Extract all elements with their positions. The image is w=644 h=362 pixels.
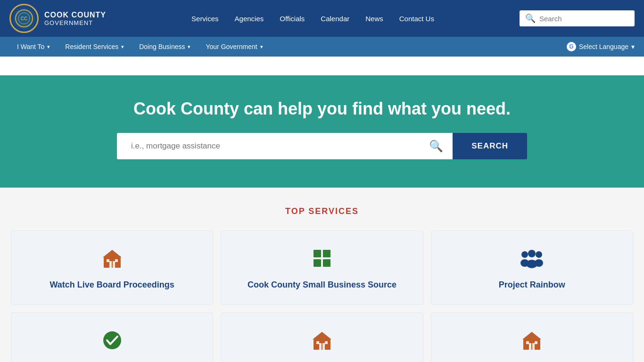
svg-marker-21 xyxy=(313,332,331,339)
search-icon: 🔍 xyxy=(525,13,536,24)
secondary-nav-i-want-to[interactable]: I Want To ▾ xyxy=(9,37,58,57)
svg-rect-5 xyxy=(109,261,112,268)
building-icon xyxy=(102,248,123,273)
svg-rect-24 xyxy=(316,341,319,344)
hero-search-button[interactable]: SEARCH xyxy=(453,133,527,159)
secondary-navigation: I Want To ▾ Resident Services ▾ Doing Bu… xyxy=(0,37,644,57)
people-group-icon xyxy=(520,248,544,273)
main-navigation: Services Agencies Officials Calendar New… xyxy=(106,11,520,26)
nav-officials[interactable]: Officials xyxy=(274,11,310,26)
checkmark-circle-icon xyxy=(102,330,123,355)
secondary-nav-resident-services[interactable]: Resident Services ▾ xyxy=(58,37,132,57)
header-search-box[interactable]: 🔍 xyxy=(520,10,635,26)
white-strip xyxy=(0,57,644,75)
top-navigation: CC COOK COUNTY GOVERNMENT Services Agenc… xyxy=(0,0,644,37)
service-card-budget[interactable]: Current Budget Information xyxy=(221,313,423,362)
hero-section: Cook County can help you find what you n… xyxy=(0,75,644,188)
svg-point-15 xyxy=(536,251,542,258)
secondary-nav-doing-business[interactable]: Doing Business ▾ xyxy=(132,37,198,57)
svg-point-14 xyxy=(528,250,536,257)
svg-point-19 xyxy=(103,331,121,349)
svg-rect-20 xyxy=(314,339,330,350)
nav-news[interactable]: News xyxy=(360,11,389,26)
service-label: Project Rainbow xyxy=(499,280,565,290)
chevron-down-icon: ▾ xyxy=(47,44,50,50)
svg-rect-26 xyxy=(523,339,540,350)
service-card-rescue-plan[interactable]: American Rescue Plan Act xyxy=(431,313,633,362)
svg-point-13 xyxy=(521,251,528,258)
svg-marker-27 xyxy=(522,332,541,339)
svg-rect-9 xyxy=(314,250,321,257)
chevron-down-icon: ▾ xyxy=(631,43,635,50)
google-icon: G xyxy=(567,42,576,51)
svg-rect-25 xyxy=(325,341,328,344)
top-services-section: TOP SERVICES Watch Live Board Proceeding… xyxy=(0,188,644,362)
svg-rect-22 xyxy=(319,343,322,350)
building-grid-icon xyxy=(312,248,332,273)
secondary-nav-your-government[interactable]: Your Government ▾ xyxy=(198,37,270,57)
google-translate-widget[interactable]: G Select Language ▾ xyxy=(567,42,635,51)
logo-area[interactable]: CC COOK COUNTY GOVERNMENT xyxy=(9,4,106,33)
svg-rect-12 xyxy=(323,259,330,267)
svg-marker-4 xyxy=(103,250,122,257)
chevron-down-icon: ▾ xyxy=(188,44,190,50)
svg-rect-3 xyxy=(104,257,121,268)
org-sub: GOVERNMENT xyxy=(44,19,106,27)
service-card-project-rainbow[interactable]: Project Rainbow xyxy=(431,230,633,305)
logo-text: COOK COUNTY GOVERNMENT xyxy=(44,10,106,27)
svg-rect-7 xyxy=(107,259,109,262)
nav-agencies[interactable]: Agencies xyxy=(229,11,270,26)
svg-rect-6 xyxy=(113,261,115,268)
hero-search-input-wrapper[interactable]: 🔍 xyxy=(117,133,453,159)
svg-rect-31 xyxy=(535,341,537,344)
svg-rect-23 xyxy=(322,343,325,350)
chevron-down-icon: ▾ xyxy=(121,44,124,50)
nav-services[interactable]: Services xyxy=(186,11,224,26)
svg-rect-11 xyxy=(314,259,321,267)
svg-rect-30 xyxy=(526,341,529,344)
header-search-input[interactable] xyxy=(539,15,629,23)
svg-rect-28 xyxy=(529,343,531,350)
hero-search-container: 🔍 SEARCH xyxy=(117,133,527,159)
nav-contact[interactable]: Contact Us xyxy=(394,11,440,26)
seal-icon: CC xyxy=(12,6,36,31)
hero-search-input[interactable] xyxy=(126,133,429,159)
service-label: Watch Live Board Proceedings xyxy=(50,280,174,290)
service-card-doing-business[interactable]: Doing Business with Cook County xyxy=(11,313,213,362)
capitol-icon xyxy=(312,330,332,355)
nav-calendar[interactable]: Calendar xyxy=(315,11,355,26)
logo-seal: CC xyxy=(9,4,39,33)
chevron-down-icon: ▾ xyxy=(260,44,263,50)
services-grid: Watch Live Board Proceedings Cook County… xyxy=(11,230,633,362)
org-name: COOK COUNTY xyxy=(44,10,106,19)
top-services-title: TOP SERVICES xyxy=(9,206,635,216)
service-card-live-board[interactable]: Watch Live Board Proceedings xyxy=(11,230,213,305)
svg-rect-10 xyxy=(323,250,330,257)
search-icon: 🔍 xyxy=(429,140,443,153)
hero-headline: Cook County can help you find what you n… xyxy=(9,99,635,119)
service-card-small-business[interactable]: Cook County Small Business Source xyxy=(221,230,423,305)
svg-rect-8 xyxy=(115,259,118,262)
svg-rect-29 xyxy=(532,343,535,350)
capitol-2-icon xyxy=(521,330,542,355)
svg-point-18 xyxy=(535,259,543,267)
svg-text:CC: CC xyxy=(21,16,27,21)
service-label: Cook County Small Business Source xyxy=(248,280,396,290)
